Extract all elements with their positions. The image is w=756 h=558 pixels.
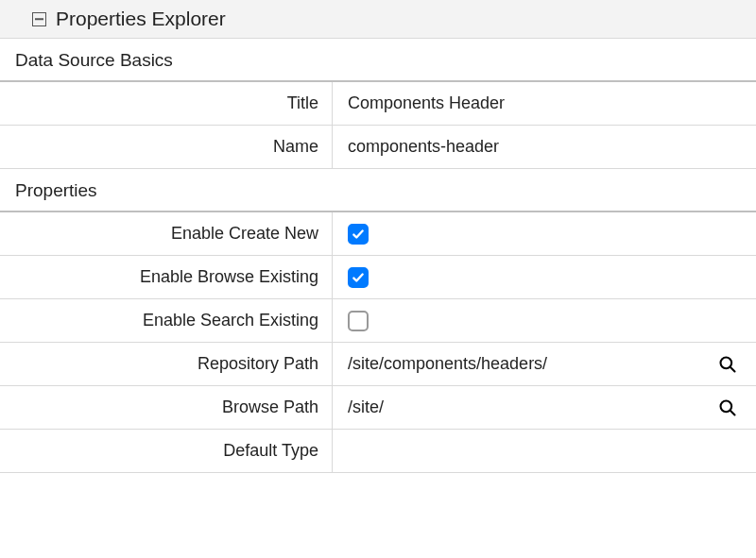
checkbox-enable-create-new[interactable] bbox=[348, 224, 369, 245]
text-repository-path: /site/components/headers/ bbox=[348, 354, 714, 374]
row-default-type: Default Type bbox=[0, 430, 756, 473]
value-enable-search-existing bbox=[333, 299, 756, 342]
label-default-type: Default Type bbox=[0, 430, 333, 472]
label-enable-create-new: Enable Create New bbox=[0, 212, 333, 255]
value-enable-browse-existing bbox=[333, 256, 756, 298]
value-title[interactable]: Components Header bbox=[333, 82, 756, 125]
search-icon bbox=[718, 398, 737, 417]
checkbox-enable-search-existing[interactable] bbox=[348, 311, 369, 331]
value-default-type[interactable] bbox=[333, 430, 756, 472]
row-repository-path: Repository Path /site/components/headers… bbox=[0, 343, 756, 386]
label-repository-path: Repository Path bbox=[0, 343, 333, 385]
value-enable-create-new bbox=[333, 212, 756, 255]
row-browse-path: Browse Path /site/ bbox=[0, 386, 756, 430]
svg-line-1 bbox=[730, 366, 735, 371]
panel-title: Properties Explorer bbox=[56, 8, 226, 30]
label-enable-browse-existing: Enable Browse Existing bbox=[0, 256, 333, 298]
row-enable-browse-existing: Enable Browse Existing bbox=[0, 256, 756, 299]
browse-repository-path-button[interactable] bbox=[714, 355, 741, 374]
panel-header: Properties Explorer bbox=[0, 0, 756, 39]
section-header-basics: Data Source Basics bbox=[0, 39, 756, 82]
label-title: Title bbox=[0, 82, 333, 125]
label-name: Name bbox=[0, 126, 333, 168]
svg-line-3 bbox=[730, 410, 735, 414]
value-browse-path[interactable]: /site/ bbox=[333, 386, 756, 429]
row-enable-create-new: Enable Create New bbox=[0, 212, 756, 256]
checkmark-icon bbox=[352, 271, 365, 284]
label-browse-path: Browse Path bbox=[0, 386, 333, 429]
value-repository-path[interactable]: /site/components/headers/ bbox=[333, 343, 756, 385]
checkbox-enable-browse-existing[interactable] bbox=[348, 267, 369, 288]
value-name[interactable]: components-header bbox=[333, 126, 756, 168]
properties-explorer-panel: Properties Explorer Data Source Basics T… bbox=[0, 0, 756, 473]
row-title: Title Components Header bbox=[0, 82, 756, 126]
checkmark-icon bbox=[352, 228, 365, 241]
search-icon bbox=[718, 355, 737, 374]
text-browse-path: /site/ bbox=[348, 397, 714, 417]
row-enable-search-existing: Enable Search Existing bbox=[0, 299, 756, 343]
collapse-icon[interactable] bbox=[32, 12, 46, 26]
row-name: Name components-header bbox=[0, 126, 756, 169]
browse-browse-path-button[interactable] bbox=[714, 398, 741, 417]
section-header-properties: Properties bbox=[0, 169, 756, 212]
label-enable-search-existing: Enable Search Existing bbox=[0, 299, 333, 342]
